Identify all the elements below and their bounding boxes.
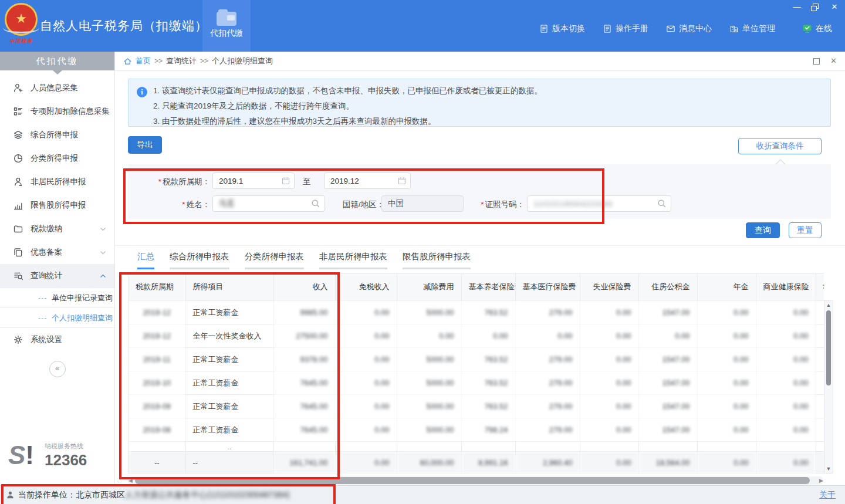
tab-maximize-icon[interactable] (813, 58, 820, 65)
id-number-label: *证照号码： (475, 199, 525, 210)
top-menu-item-0[interactable]: 版本切换 (539, 23, 585, 34)
table-cell: 2019-11 (129, 348, 185, 371)
tab-2[interactable]: 分类所得申报表 (245, 251, 305, 269)
mail-icon (666, 24, 675, 33)
table-cell: 正常工资薪金 (185, 395, 273, 418)
column-header: 基本养老保险费 (461, 273, 515, 301)
top-menu-item-1[interactable]: 操作手册 (603, 23, 648, 34)
tab-close-icon[interactable]: ✕ (830, 57, 837, 65)
table-cell: 0.00 (697, 371, 756, 395)
tab-1[interactable]: 综合所得申报表 (170, 251, 229, 269)
table-cell: 0.00 (756, 418, 816, 442)
id-number-input[interactable]: 110102199304223389 (527, 195, 671, 212)
horizontal-scrollbar[interactable]: ◀ ▶ (128, 476, 823, 485)
vertical-scroll-thumb[interactable] (826, 310, 831, 385)
scroll-right-icon[interactable]: ▶ (819, 477, 823, 484)
result-tabs: 汇总综合所得申报表分类所得申报表非居民所得申报表限售股所得申报表 (137, 251, 471, 269)
table-cell: 9378.00 (273, 348, 335, 371)
tab-0[interactable]: 汇总 (137, 251, 154, 269)
name-input[interactable]: 马某 (212, 195, 325, 212)
period-to-input[interactable]: 2019.12 (324, 172, 411, 189)
main-content: 首页 >> 查询统计 >> 个人扣缴明细查询 ✕ i 1. 该查询统计表仅能查询… (115, 52, 845, 485)
sidebar-item-4[interactable]: 非居民所得申报 (0, 170, 114, 194)
gear-icon (13, 334, 23, 345)
chevron-down-icon (100, 249, 106, 256)
table-cell: 2019-12 (129, 301, 185, 324)
notice-box: i 1. 该查询统计表仅能查询已申报成功的数据，不包含未申报、申报失败，已申报但… (128, 79, 831, 127)
copy-icon (13, 247, 23, 258)
column-header: 免税收入 (335, 273, 397, 301)
table-cell (816, 418, 824, 442)
table-cell: -- (129, 452, 185, 473)
sidebar-item-6[interactable]: 税款缴纳 (0, 217, 114, 241)
table-cell: 5000.00 (397, 418, 461, 442)
collapse-query-button[interactable]: 收折查询条件 (738, 138, 822, 154)
notice-line-1: 1. 该查询统计表仅能查询已申报成功的数据，不包含未申报、申报失败，已申报但已作… (153, 83, 830, 99)
export-button[interactable]: 导出 (128, 136, 162, 154)
top-menu-item-4[interactable]: 在线 (802, 23, 832, 34)
table-row: 2019-11正常工资薪金9378.000.005000.00763.52279… (129, 348, 824, 371)
table-cell: 1547.00 (638, 301, 697, 324)
table-cell: 全年一次性奖金收入 (185, 324, 273, 348)
notice-line-3: 3. 由于数据处理的滞后性，建议您在申报成功3天之后再来查询最新的申报数据。 (153, 114, 830, 129)
nationality-input: 中国 (381, 195, 464, 212)
breadcrumb-home[interactable]: 首页 (136, 56, 151, 66)
table-cell: 0.00 (697, 418, 756, 442)
table-cell: 0.00 (580, 324, 638, 348)
vertical-scrollbar[interactable]: ▲ ▼ (824, 300, 833, 473)
horizontal-scroll-thumb[interactable] (135, 477, 810, 484)
scroll-up-icon[interactable]: ▲ (824, 302, 833, 308)
sidebar-item-3[interactable]: 分类所得申报 (0, 147, 114, 170)
scroll-left-icon[interactable]: ◀ (129, 477, 133, 484)
period-from-input[interactable]: 2019.1 (212, 172, 295, 189)
sidebar-collapse-button[interactable]: « (49, 361, 66, 377)
table-cell: 279.00 (515, 371, 580, 395)
sidebar-subitem-1[interactable]: 个人扣缴明细查询 (0, 307, 114, 328)
wallet-icon (13, 224, 23, 234)
breadcrumb-section: 查询统计 (166, 56, 197, 66)
scroll-down-icon[interactable]: ▼ (824, 466, 833, 472)
sidebar-item-0[interactable]: 人员信息采集 (0, 76, 114, 100)
nav-tab-withholding[interactable]: 代扣代缴 (202, 0, 251, 52)
table-cell: 1547.00 (638, 395, 697, 418)
calendar-icon[interactable] (282, 177, 290, 185)
table-cell: 0.00 (335, 348, 397, 371)
column-header: 年金 (697, 273, 756, 301)
search-icon[interactable] (657, 199, 667, 208)
table-cell: 正常工资薪金 (185, 348, 273, 371)
close-button[interactable]: ✕ (830, 2, 839, 12)
table-cell (816, 371, 824, 395)
table-cell: 279.00 (515, 395, 580, 418)
sidebar-item-5[interactable]: 限售股所得申报 (0, 194, 114, 217)
tab-3[interactable]: 非居民所得申报表 (319, 251, 387, 269)
table-cell (697, 442, 756, 452)
table-cell: 0.00 (697, 324, 756, 348)
table-cell: 0.00 (697, 348, 756, 371)
table-cell: 60,000.00 (397, 452, 461, 473)
tab-4[interactable]: 限售股所得申报表 (403, 251, 471, 269)
about-link[interactable]: 关于 (819, 490, 836, 500)
reset-button[interactable]: 重置 (789, 222, 822, 238)
table-cell: 0.00 (638, 324, 697, 348)
restore-button[interactable] (811, 4, 820, 11)
notice-lines: 1. 该查询统计表仅能查询已申报成功的数据，不包含未申报、申报失败，已申报但已作… (153, 83, 830, 129)
sidebar-item-8[interactable]: 查询统计 (0, 264, 114, 287)
hotline-caption: 纳税服务热线 (45, 442, 83, 451)
search-icon[interactable] (311, 199, 320, 208)
table-cell: 0.00 (580, 418, 638, 442)
table-cell (816, 348, 824, 371)
query-button[interactable]: 查询 (746, 222, 780, 238)
top-menu-item-3[interactable]: 单位管理 (729, 23, 775, 34)
sidebar-item-2[interactable]: 综合所得申报 (0, 123, 114, 147)
table-cell: .. (185, 442, 273, 452)
sidebar-subitem-0[interactable]: 单位申报记录查询 (0, 287, 114, 307)
sidebar-item-9[interactable]: 系统设置 (0, 328, 114, 351)
minimize-button[interactable]: — (792, 2, 802, 12)
calendar-icon[interactable] (398, 177, 406, 185)
table-cell: 正常工资薪金 (185, 371, 273, 395)
sidebar-item-1[interactable]: 专项附加扣除信息采集 (0, 100, 114, 123)
table-cell: 0.00 (515, 324, 580, 348)
table-cell: 2019-10 (129, 371, 185, 395)
sidebar-item-7[interactable]: 优惠备案 (0, 241, 114, 264)
top-menu-item-2[interactable]: 消息中心 (666, 23, 712, 34)
